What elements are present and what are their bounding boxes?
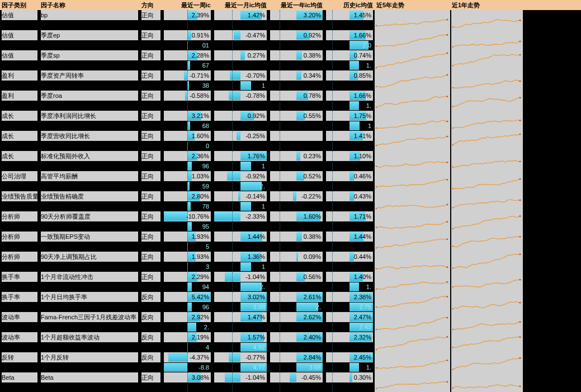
bar-cell: 1.66%1.: [324, 91, 375, 111]
svg-point-63: [519, 321, 521, 323]
ic-sub: 0: [206, 141, 209, 151]
bar-cell: -2.33%: [212, 211, 268, 232]
bar-cell: 3.20%: [268, 10, 324, 30]
cell-category: 成长: [0, 131, 39, 151]
table-row: 换手率1个月非流动性冲击正向2.29%94-1.04%2.0.56%1.40%1…: [0, 272, 581, 292]
svg-point-2: [452, 26, 453, 28]
ic-value: -0.47%: [245, 30, 265, 40]
header-trend5y: 近5年走势: [375, 1, 450, 10]
svg-point-29: [446, 162, 448, 163]
bar-cell: 1.47%: [212, 312, 268, 332]
ic-value: 1.40%: [354, 272, 371, 282]
svg-point-61: [446, 317, 448, 319]
ic-value: 2.38%: [354, 292, 371, 302]
bar-cell: 1.76%1: [212, 151, 268, 171]
svg-point-43: [519, 215, 521, 217]
ic-value: 1.66%: [354, 30, 371, 40]
ic-value: 2.45%: [354, 352, 371, 362]
sparkline-1y: [450, 211, 523, 232]
ic-value: 0.09%: [304, 252, 321, 262]
ic-value: -0.25%: [245, 131, 265, 141]
cell-name: 季度roa: [39, 91, 140, 111]
bar-cell: 2.61%2.: [268, 292, 324, 312]
svg-point-60: [376, 329, 377, 330]
ic-value: 1.75%: [354, 111, 371, 121]
sparkline-5y: [375, 50, 450, 70]
cell-direction: 反向: [140, 292, 162, 312]
bar-cell: 0.43%: [324, 191, 375, 211]
cell-category: 分析师: [0, 252, 39, 272]
header-week-ic: 最近一周ic: [162, 1, 212, 10]
cell-direction: 正向: [140, 131, 162, 151]
cell-direction: 正向: [140, 70, 162, 91]
svg-point-71: [519, 357, 521, 359]
bar-cell: 1.44%: [324, 232, 375, 252]
ic-sub: 2.43: [360, 322, 371, 332]
ic-value: 2.39%: [192, 10, 209, 20]
ic-value: 1.10%: [354, 151, 371, 161]
cell-name: 业绩预告精确度: [39, 191, 140, 211]
cell-category: Beta: [0, 372, 39, 392]
bar-cell: 0.46%: [324, 171, 375, 191]
bar-cell: 1.41%: [324, 131, 375, 151]
bar-cell: -1.04%2.: [212, 272, 268, 292]
ic-value: 0.43%: [354, 191, 371, 201]
bar-cell: 2.47%2.43: [324, 312, 375, 332]
sparkline-5y: [375, 372, 450, 392]
svg-point-32: [376, 186, 377, 188]
svg-point-75: [519, 385, 521, 387]
bar-cell: 0.92%: [268, 30, 324, 50]
table-body: 估值bp正向2.39%1.42%3.20%1.45%估值季度ep正向0.91%0…: [0, 10, 581, 392]
cell-category: 盈利: [0, 70, 39, 91]
header-category: 因子类别: [0, 1, 39, 10]
bar-cell: 0.56%: [268, 272, 324, 292]
svg-point-13: [446, 74, 448, 76]
ic-sub: 1: [262, 161, 265, 171]
cell-direction: 正向: [140, 171, 162, 191]
bar-cell: 2.62%: [268, 312, 324, 332]
ic-value: 2.80%: [192, 191, 209, 201]
svg-point-33: [446, 179, 448, 181]
svg-point-53: [446, 281, 448, 283]
table-row: 反转1个月反转反向-4.37%-8.8-0.77%4.772.84%3.682.…: [0, 352, 581, 372]
svg-point-30: [452, 166, 453, 168]
svg-point-25: [446, 136, 448, 138]
table-row: 波动率Fama-French三因子1月残差波动率反向2.92%2.1.47%2.…: [0, 312, 581, 332]
svg-point-37: [446, 204, 448, 205]
sparkline-1y: [450, 252, 523, 272]
bar-cell: 1.42%: [212, 10, 268, 30]
bar-cell: 2.36%96: [162, 151, 212, 171]
svg-point-67: [519, 337, 521, 338]
cell-direction: 正向: [140, 211, 162, 232]
sparkline-5y: [375, 10, 450, 30]
table-row: 换手率1个月日均换手率反向5.42%963.02%3.082.61%2.2.38…: [0, 292, 581, 312]
table-row: 分析师90天净上调预期占比正向1.93%31.36%10.09%0.44%: [0, 252, 581, 272]
svg-point-17: [446, 96, 448, 97]
sparkline-5y: [375, 111, 450, 131]
ic-sub: 1.: [366, 60, 371, 70]
ic-value: 1.47%: [248, 312, 265, 322]
bar-cell: -0.25%: [212, 131, 268, 151]
ic-sub: 3: [206, 262, 209, 272]
cell-direction: 正向: [140, 191, 162, 211]
sparkline-1y: [450, 292, 523, 312]
ic-value: 2.40%: [304, 332, 321, 342]
cell-name: Beta: [39, 372, 140, 392]
ic-value: 2.19%: [192, 332, 209, 342]
ic-value: -0.22%: [301, 191, 321, 201]
svg-point-11: [519, 54, 521, 56]
cell-category: 分析师: [0, 232, 39, 252]
ic-value: 1.45%: [354, 10, 371, 20]
ic-sub: 1: [262, 262, 265, 272]
cell-category: 估值: [0, 10, 39, 30]
ic-value: 0.46%: [354, 171, 371, 181]
bar-cell: 2.80%78: [162, 191, 212, 211]
bar-cell: 0.85%: [324, 70, 375, 91]
sparkline-1y: [450, 111, 523, 131]
cell-name: 季度资产周转率: [39, 70, 140, 91]
table-row: 分析师一致预期EPS变动正向1.93%51.44%0.38%1.44%: [0, 232, 581, 252]
svg-point-40: [376, 226, 377, 228]
table-row: 公司治理高管平均薪酬正向1.03%59-0.92%2.0.52%0.46%: [0, 171, 581, 191]
ic-sub: 94: [202, 282, 209, 292]
bar-cell: 1.36%1: [212, 252, 268, 272]
